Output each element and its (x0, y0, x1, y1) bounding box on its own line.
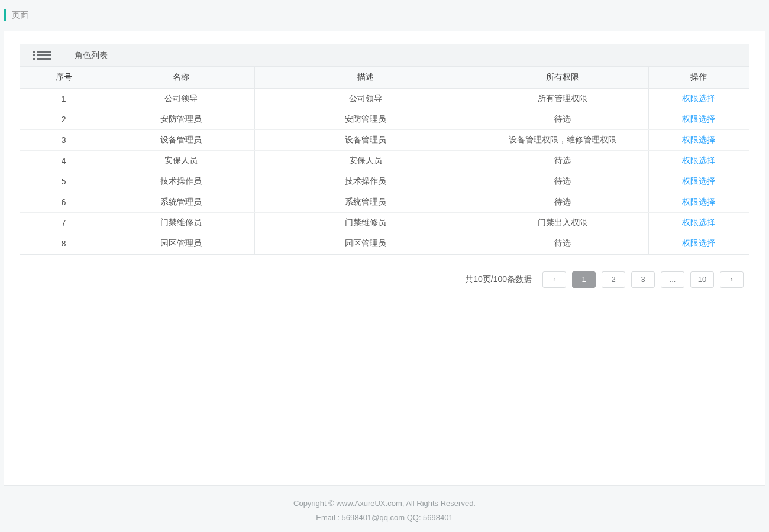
cell-action: 权限选择 (648, 88, 749, 109)
permission-select-link[interactable]: 权限选择 (682, 93, 715, 103)
page-button-3[interactable]: 3 (631, 271, 655, 288)
page-next-button[interactable]: › (720, 271, 744, 288)
cell-name: 系统管理员 (108, 192, 254, 212)
cell-seq: 6 (20, 192, 108, 212)
cell-name: 安保人员 (108, 150, 254, 171)
chevron-right-icon: › (731, 275, 733, 284)
cell-name: 园区管理员 (108, 233, 254, 254)
cell-perm: 待选 (477, 192, 648, 212)
cell-name: 安防管理员 (108, 109, 254, 129)
col-header-seq: 序号 (20, 67, 108, 88)
cell-desc: 系统管理员 (254, 192, 477, 212)
cell-perm: 待选 (477, 150, 648, 171)
col-header-desc: 描述 (254, 67, 477, 88)
cell-seq: 4 (20, 150, 108, 171)
footer-copyright: Copyright © www.AxureUX.com, All Rights … (0, 497, 769, 511)
permission-select-link[interactable]: 权限选择 (682, 218, 715, 227)
cell-action: 权限选择 (648, 150, 749, 171)
cell-action: 权限选择 (648, 109, 749, 129)
page-button-2[interactable]: 2 (602, 271, 625, 288)
header-accent (4, 9, 6, 21)
cell-name: 公司领导 (108, 88, 254, 109)
list-icon (33, 51, 51, 60)
footer-contact: Email : 5698401@qq.com QQ: 5698401 (0, 511, 769, 525)
cell-seq: 8 (20, 233, 108, 254)
page-header: 页面 (0, 0, 769, 31)
permission-select-link[interactable]: 权限选择 (682, 135, 715, 144)
cell-desc: 技术操作员 (254, 171, 477, 192)
page-button-1[interactable]: 1 (572, 271, 596, 288)
cell-seq: 3 (20, 129, 108, 150)
table-row: 2安防管理员安防管理员待选权限选择 (20, 109, 749, 129)
cell-action: 权限选择 (648, 192, 749, 212)
table-row: 3设备管理员设备管理员设备管理权限，维修管理权限权限选择 (20, 129, 749, 150)
permission-select-link[interactable]: 权限选择 (682, 155, 715, 165)
cell-seq: 5 (20, 171, 108, 192)
footer: Copyright © www.AxureUX.com, All Rights … (0, 486, 769, 532)
permission-select-link[interactable]: 权限选择 (682, 176, 715, 186)
cell-seq: 1 (20, 88, 108, 109)
panel-header: 角色列表 (20, 44, 749, 67)
cell-name: 设备管理员 (108, 129, 254, 150)
cell-perm: 所有管理权限 (477, 88, 648, 109)
chevron-left-icon: ‹ (553, 275, 555, 284)
table-row: 4安保人员安保人员待选权限选择 (20, 150, 749, 171)
pagination: 共10页/100条数据 ‹ 1 2 3 ... 10 › (20, 271, 749, 288)
col-header-act: 操作 (648, 67, 749, 88)
col-header-perm: 所有权限 (477, 67, 648, 88)
table-row: 5技术操作员技术操作员待选权限选择 (20, 171, 749, 192)
cell-desc: 安防管理员 (254, 109, 477, 129)
page-prev-button[interactable]: ‹ (542, 271, 566, 288)
page-summary: 共10页/100条数据 (465, 274, 532, 285)
cell-desc: 门禁维修员 (254, 212, 477, 233)
cell-perm: 设备管理权限，维修管理权限 (477, 129, 648, 150)
table-row: 1公司领导公司领导所有管理权限权限选择 (20, 88, 749, 109)
table-header-row: 序号 名称 描述 所有权限 操作 (20, 67, 749, 88)
cell-name: 技术操作员 (108, 171, 254, 192)
cell-desc: 设备管理员 (254, 129, 477, 150)
cell-perm: 门禁出入权限 (477, 212, 648, 233)
panel-title: 角色列表 (75, 50, 108, 61)
table-row: 7门禁维修员门禁维修员门禁出入权限权限选择 (20, 212, 749, 233)
cell-seq: 7 (20, 212, 108, 233)
permission-select-link[interactable]: 权限选择 (682, 114, 715, 124)
cell-action: 权限选择 (648, 129, 749, 150)
page-title: 页面 (12, 10, 28, 21)
cell-name: 门禁维修员 (108, 212, 254, 233)
content-area: 角色列表 序号 名称 描述 所有权限 操作 1公司领导公司领导所有管理权限权限选… (4, 31, 765, 486)
cell-desc: 安保人员 (254, 150, 477, 171)
cell-action: 权限选择 (648, 233, 749, 254)
cell-perm: 待选 (477, 233, 648, 254)
cell-desc: 园区管理员 (254, 233, 477, 254)
cell-perm: 待选 (477, 171, 648, 192)
col-header-name: 名称 (108, 67, 254, 88)
cell-action: 权限选择 (648, 212, 749, 233)
cell-action: 权限选择 (648, 171, 749, 192)
table-row: 6系统管理员系统管理员待选权限选择 (20, 192, 749, 212)
cell-desc: 公司领导 (254, 88, 477, 109)
page-button-10[interactable]: 10 (690, 271, 714, 288)
page-button-ellipsis[interactable]: ... (661, 271, 684, 288)
permission-select-link[interactable]: 权限选择 (682, 238, 715, 248)
permission-select-link[interactable]: 权限选择 (682, 197, 715, 206)
cell-perm: 待选 (477, 109, 648, 129)
role-panel: 角色列表 序号 名称 描述 所有权限 操作 1公司领导公司领导所有管理权限权限选… (20, 44, 749, 255)
cell-seq: 2 (20, 109, 108, 129)
role-table: 序号 名称 描述 所有权限 操作 1公司领导公司领导所有管理权限权限选择2安防管… (20, 67, 749, 254)
table-row: 8园区管理员园区管理员待选权限选择 (20, 233, 749, 254)
